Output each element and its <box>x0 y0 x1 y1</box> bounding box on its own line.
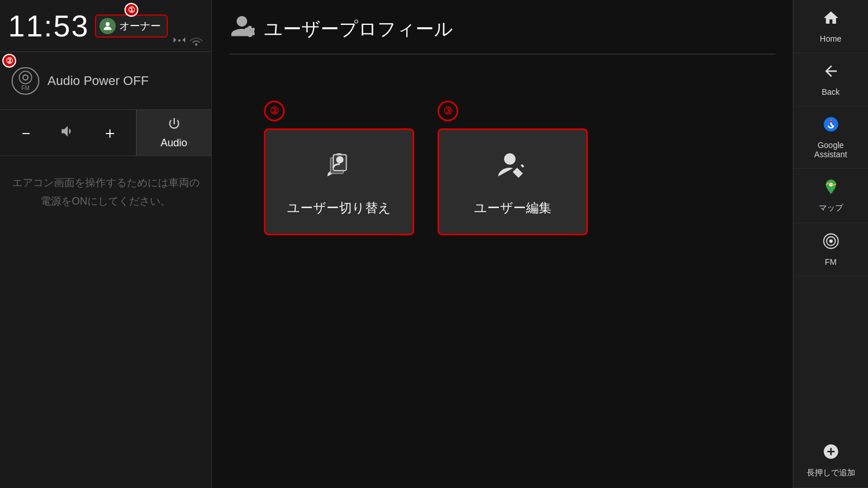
user-edit-card-wrapper: ③ ユーザー編集 <box>437 101 588 235</box>
badge-circle-2: ② <box>2 54 16 68</box>
fm-label: FM <box>825 257 836 267</box>
maps-icon <box>822 178 840 199</box>
power-icon <box>167 116 182 135</box>
user-edit-card[interactable]: ユーザー編集 <box>437 128 588 235</box>
antenna-icon <box>173 34 186 47</box>
svg-rect-1 <box>178 39 181 42</box>
svg-point-14 <box>829 239 832 243</box>
user-switch-card-wrapper: ② ユーザー切 <box>264 101 414 235</box>
user-switch-icon <box>322 147 356 189</box>
nav-back[interactable]: Back <box>793 53 868 106</box>
cards-area: ② ユーザー切 <box>229 54 775 235</box>
volume-increase-button[interactable]: ＋ <box>95 117 125 149</box>
nav-add[interactable]: 長押しで追加 <box>793 434 868 488</box>
profile-settings-icon <box>229 14 255 45</box>
svg-point-10 <box>830 120 832 123</box>
circle-number-3: ③ <box>437 101 458 121</box>
nav-fm[interactable]: FM <box>793 223 868 276</box>
fm-radio-icon: FM <box>12 67 39 95</box>
right-sidebar: Home Back GoogleAssistant <box>793 0 868 488</box>
home-icon <box>822 9 840 31</box>
header-bar: 11:53 ① オーナー ② <box>0 0 211 52</box>
back-label: Back <box>822 87 840 97</box>
back-icon <box>822 62 840 84</box>
wifi-icon <box>189 35 203 46</box>
svg-point-8 <box>504 153 516 165</box>
badge-circle-1: ① <box>124 3 138 17</box>
page-title: ユーザープロフィール <box>264 17 453 42</box>
fm-icon <box>822 232 840 254</box>
nav-maps[interactable]: マップ <box>793 169 868 223</box>
user-label: オーナー <box>119 19 161 33</box>
user-avatar-icon <box>100 18 116 34</box>
maps-label: マップ <box>819 203 843 213</box>
audio-power-button[interactable]: Audio <box>136 110 211 156</box>
audio-power-text: Audio Power OFF <box>47 73 149 88</box>
left-panel: 11:53 ① オーナー ② <box>0 0 212 488</box>
user-edit-icon <box>495 147 530 189</box>
nav-google-assistant[interactable]: GoogleAssistant <box>793 106 868 169</box>
google-assistant-icon <box>822 116 840 137</box>
svg-point-7 <box>336 156 344 164</box>
audio-button-label: Audio <box>160 137 187 149</box>
volume-left: － ＋ <box>0 110 136 156</box>
user-edit-label: ユーザー編集 <box>474 199 551 217</box>
user-switch-label: ユーザー切り替え <box>287 199 391 217</box>
speaker-icon <box>60 123 76 143</box>
circle-number-2: ② <box>264 101 285 121</box>
time-display: 11:53 <box>8 9 89 43</box>
volume-controls: － ＋ Audio <box>0 110 211 156</box>
user-badge[interactable]: ① オーナー <box>95 14 168 38</box>
user-switch-card[interactable]: ユーザー切り替え <box>264 128 414 235</box>
main-content: ユーザープロフィール ② <box>212 0 793 488</box>
nav-home[interactable]: Home <box>793 0 868 53</box>
status-icons <box>173 34 203 47</box>
add-label: 長押しで追加 <box>807 468 855 478</box>
svg-point-0 <box>106 22 110 26</box>
volume-decrease-button[interactable]: － <box>11 117 41 149</box>
audio-power-section: FM Audio Power OFF <box>0 52 211 110</box>
google-assistant-label: GoogleAssistant <box>814 141 847 159</box>
add-icon <box>822 443 840 464</box>
ac-message: エアコン画面を操作するためには車両の電源をONにしてください。 <box>0 156 211 228</box>
page-header: ユーザープロフィール <box>229 0 775 54</box>
home-label: Home <box>820 34 841 43</box>
